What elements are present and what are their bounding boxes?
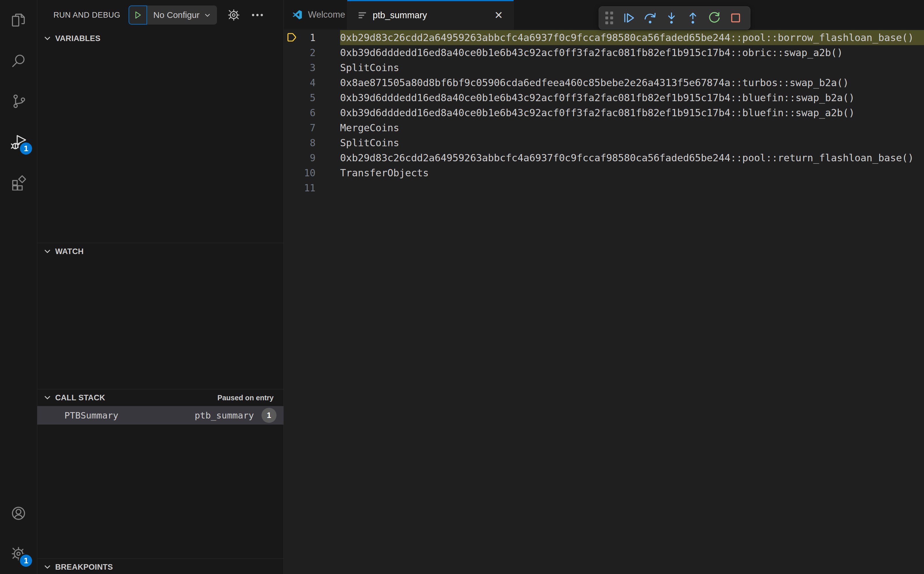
code-text: 0xb29d83c26cdd2a64959263abbcfc4a6937f0c9… bbox=[340, 30, 924, 45]
stop-button[interactable] bbox=[726, 8, 745, 28]
start-debug-button[interactable] bbox=[129, 5, 147, 25]
debug-settings-button[interactable] bbox=[227, 8, 241, 22]
code-line[interactable]: 40x8ae871505a80d8bf6bf9c05906cda6edfeea4… bbox=[284, 75, 924, 90]
code-text: 0xb39d6dddedd16ed8a40ce0b1e6b43c92acf0ff… bbox=[340, 90, 924, 105]
line-number: 10 bbox=[304, 167, 315, 179]
call-stack-section: CALL STACK Paused on entry PTBSummary pt… bbox=[37, 389, 283, 558]
code-line[interactable]: 90xb29d83c26cdd2a64959263abbcfc4a6937f0c… bbox=[284, 150, 924, 165]
sidebar-item-source-control[interactable] bbox=[0, 81, 37, 121]
step-out-button[interactable] bbox=[683, 8, 703, 28]
code-text bbox=[340, 180, 924, 196]
code-line[interactable]: 60xb39d6dddedd16ed8a40ce0b1e6b43c92acf0f… bbox=[284, 105, 924, 120]
sidebar-item-explorer[interactable] bbox=[0, 0, 37, 41]
sidebar-item-extensions[interactable] bbox=[0, 162, 37, 202]
tab-ptb-summary[interactable]: ptb_summary ✕ bbox=[347, 0, 514, 30]
sidebar-item-accounts[interactable] bbox=[0, 493, 37, 533]
debug-config-label: No Configur bbox=[153, 10, 200, 20]
chevron-down-icon bbox=[43, 393, 52, 402]
code-line[interactable]: 10xb29d83c26cdd2a64959263abbcfc4a6937f0c… bbox=[284, 30, 924, 45]
line-number: 9 bbox=[310, 152, 315, 164]
source-control-icon bbox=[10, 93, 27, 110]
continue-icon bbox=[622, 11, 636, 25]
close-icon[interactable]: ✕ bbox=[494, 10, 503, 20]
continue-button[interactable] bbox=[619, 8, 639, 28]
debug-config-control: No Configur bbox=[129, 5, 217, 25]
line-gutter[interactable]: 6 bbox=[284, 105, 340, 120]
toolbar-drag-handle-icon[interactable] bbox=[605, 11, 613, 24]
line-gutter[interactable]: 7 bbox=[284, 120, 340, 135]
search-icon bbox=[10, 52, 27, 69]
code-line[interactable]: 20xb39d6dddedd16ed8a40ce0b1e6b43c92acf0f… bbox=[284, 45, 924, 60]
files-icon bbox=[10, 12, 27, 28]
sidebar-item-search[interactable] bbox=[0, 41, 37, 81]
code-text: MergeCoins bbox=[340, 120, 924, 135]
call-stack-frame-meta: ptb_summary 1 bbox=[195, 408, 277, 423]
tab-label: ptb_summary bbox=[373, 10, 427, 20]
line-number: 7 bbox=[310, 122, 315, 134]
call-stack-frame-name: PTBSummary bbox=[65, 410, 118, 421]
breakpoints-section-header[interactable]: BREAKPOINTS bbox=[37, 559, 283, 574]
code-line[interactable]: 8SplitCoins bbox=[284, 135, 924, 150]
variables-section-header[interactable]: VARIABLES bbox=[37, 30, 283, 47]
activity-bar-bottom: 1 bbox=[0, 493, 37, 574]
ellipsis-icon bbox=[250, 8, 264, 22]
line-number: 8 bbox=[310, 137, 315, 148]
views-more-actions-button[interactable] bbox=[250, 8, 264, 22]
line-gutter[interactable]: 3 bbox=[284, 60, 340, 75]
call-stack-frame-row[interactable]: PTBSummary ptb_summary 1 bbox=[37, 406, 283, 424]
line-gutter[interactable]: 9 bbox=[284, 150, 340, 165]
line-number: 1 bbox=[310, 32, 315, 43]
sidebar-item-run-and-debug[interactable]: 1 bbox=[0, 121, 37, 162]
line-gutter[interactable]: 5 bbox=[284, 90, 340, 105]
settings-badge: 1 bbox=[19, 553, 33, 568]
step-out-icon bbox=[686, 11, 700, 25]
file-list-icon bbox=[358, 10, 368, 20]
tab-welcome[interactable]: Welcome bbox=[284, 0, 347, 30]
sidebar-item-settings[interactable]: 1 bbox=[0, 533, 37, 574]
code-text: 0xb39d6dddedd16ed8a40ce0b1e6b43c92acf0ff… bbox=[340, 45, 924, 60]
step-over-button[interactable] bbox=[640, 8, 660, 28]
sidebar-title: RUN AND DEBUG bbox=[54, 11, 121, 20]
editor-group: Welcome ptb_summary ✕ bbox=[284, 0, 924, 574]
debug-config-dropdown[interactable]: No Configur bbox=[147, 5, 217, 25]
chevron-down-icon bbox=[43, 247, 52, 256]
code-text: 0xb39d6dddedd16ed8a40ce0b1e6b43c92acf0ff… bbox=[340, 105, 924, 120]
line-gutter[interactable]: 2 bbox=[284, 45, 340, 60]
breakpoints-section: BREAKPOINTS bbox=[37, 558, 283, 574]
gear-icon bbox=[227, 8, 241, 22]
line-gutter[interactable]: 1 bbox=[284, 30, 340, 45]
debug-badge: 1 bbox=[19, 141, 33, 156]
code-line[interactable]: 11 bbox=[284, 180, 924, 196]
line-gutter[interactable]: 8 bbox=[284, 135, 340, 150]
code-line[interactable]: 3SplitCoins bbox=[284, 60, 924, 75]
line-gutter[interactable]: 11 bbox=[284, 180, 340, 196]
extensions-icon bbox=[10, 174, 27, 191]
tab-label: Welcome bbox=[308, 9, 345, 20]
code-line[interactable]: 7MergeCoins bbox=[284, 120, 924, 135]
code-text: TransferObjects bbox=[340, 165, 924, 180]
code-line[interactable]: 10TransferObjects bbox=[284, 165, 924, 180]
variables-section-label: VARIABLES bbox=[55, 34, 101, 43]
vscode-window: 1 bbox=[0, 0, 924, 574]
line-number: 6 bbox=[310, 107, 315, 118]
variables-section: VARIABLES bbox=[37, 30, 283, 243]
code-text: 0xb29d83c26cdd2a64959263abbcfc4a6937f0c9… bbox=[340, 150, 924, 165]
line-number: 3 bbox=[310, 62, 315, 73]
line-number: 11 bbox=[304, 182, 315, 194]
line-gutter[interactable]: 4 bbox=[284, 75, 340, 90]
call-stack-section-header[interactable]: CALL STACK Paused on entry bbox=[37, 390, 283, 406]
code-line[interactable]: 50xb39d6dddedd16ed8a40ce0b1e6b43c92acf0f… bbox=[284, 90, 924, 105]
call-stack-status: Paused on entry bbox=[217, 394, 274, 402]
code-editor[interactable]: 10xb29d83c26cdd2a64959263abbcfc4a6937f0c… bbox=[284, 30, 924, 574]
line-number: 4 bbox=[310, 77, 315, 88]
code-text: 0x8ae871505a80d8bf6bf9c05906cda6edfeea46… bbox=[340, 75, 924, 90]
restart-button[interactable] bbox=[704, 8, 724, 28]
step-into-button[interactable] bbox=[662, 8, 681, 28]
watch-section-label: WATCH bbox=[55, 247, 83, 256]
account-icon bbox=[10, 505, 27, 522]
run-and-debug-sidebar: RUN AND DEBUG No Configur bbox=[37, 0, 284, 574]
watch-section-header[interactable]: WATCH bbox=[37, 243, 283, 260]
watch-section: WATCH bbox=[37, 243, 283, 389]
code-lines: 10xb29d83c26cdd2a64959263abbcfc4a6937f0c… bbox=[284, 30, 924, 196]
line-gutter[interactable]: 10 bbox=[284, 165, 340, 180]
